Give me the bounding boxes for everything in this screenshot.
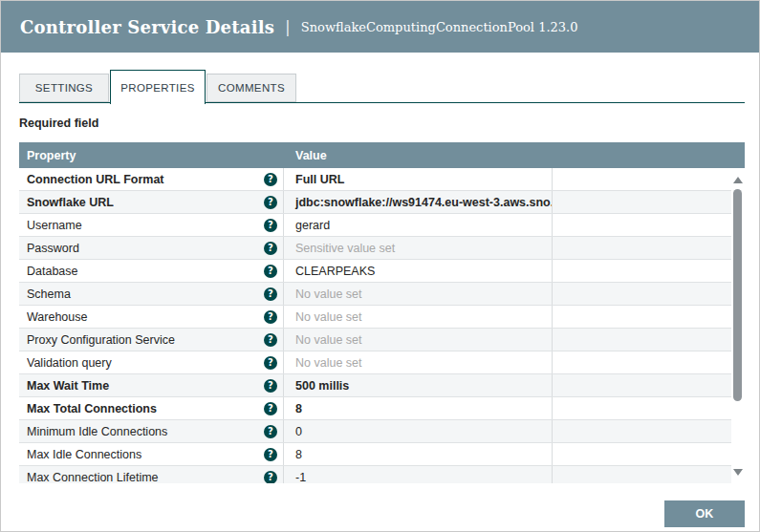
property-cell: Schema ?: [19, 283, 284, 305]
help-icon[interactable]: ?: [264, 173, 277, 186]
row-filler: [553, 329, 731, 351]
help-icon[interactable]: ?: [264, 448, 277, 461]
property-name: Validation query: [27, 356, 264, 370]
property-value: 500 millis: [295, 379, 349, 393]
property-cell: Username ?: [19, 214, 284, 236]
help-icon[interactable]: ?: [264, 265, 277, 278]
row-filler: [553, 214, 731, 236]
table-header: Property Value: [19, 142, 745, 168]
property-value: No value set: [295, 333, 361, 347]
column-header-value: Value: [284, 149, 327, 162]
property-cell: Max Wait Time ?: [19, 374, 284, 396]
property-name: Snowflake URL: [27, 196, 264, 209]
property-name: Max Wait Time: [27, 379, 264, 393]
help-icon[interactable]: ?: [264, 379, 277, 393]
help-icon[interactable]: ?: [264, 471, 277, 484]
row-filler: [553, 443, 731, 465]
tab-settings[interactable]: SETTINGS: [19, 74, 109, 102]
value-cell: Sensitive value set: [284, 237, 553, 259]
row-filler: [553, 237, 731, 259]
property-cell: Max Connection Lifetime ?: [19, 466, 284, 483]
table-body: Connection URL Format ? Full URL Snowfla…: [19, 168, 745, 483]
service-type-version: SnowflakeComputingConnectionPool 1.23.0: [301, 20, 578, 34]
help-icon[interactable]: ?: [264, 219, 277, 232]
property-value: No value set: [295, 287, 361, 301]
property-name: Warehouse: [27, 310, 264, 324]
help-icon[interactable]: ?: [264, 287, 277, 301]
property-name: Username: [27, 219, 264, 232]
value-cell: No value set: [284, 329, 553, 351]
value-cell: No value set: [284, 306, 553, 328]
dialog-header: Controller Service Details | SnowflakeCo…: [1, 1, 759, 53]
value-cell: -1: [284, 466, 553, 483]
property-cell: Max Idle Connections ?: [19, 443, 284, 465]
property-name: Minimum Idle Connections: [27, 425, 264, 438]
row-filler: [553, 191, 731, 213]
dialog-title: Controller Service Details: [20, 17, 274, 37]
value-cell: 500 millis: [284, 374, 553, 396]
property-name: Database: [27, 265, 264, 278]
property-value: -1: [295, 471, 306, 484]
scroll-up-arrow-icon[interactable]: [733, 177, 743, 183]
row-filler: [553, 283, 731, 305]
property-name: Proxy Configuration Service: [27, 333, 264, 347]
row-filler: [553, 351, 731, 373]
property-name: Password: [27, 242, 264, 255]
properties-table: Property Value Connection URL Format ? F…: [19, 142, 745, 483]
value-cell: gerard: [284, 214, 553, 236]
help-icon[interactable]: ?: [264, 356, 277, 370]
property-value: jdbc:snowflake://ws91474.eu-west-3.aws.s…: [295, 196, 553, 209]
help-icon[interactable]: ?: [264, 402, 277, 415]
table-row: Username ? gerard: [19, 214, 731, 237]
property-cell: Minimum Idle Connections ?: [19, 420, 284, 442]
help-icon[interactable]: ?: [264, 333, 277, 347]
table-row: Max Wait Time ? 500 millis: [19, 374, 731, 397]
property-value: No value set: [295, 356, 361, 370]
row-filler: [553, 397, 731, 419]
scrollbar-thumb[interactable]: [733, 189, 742, 401]
table-scrollbar[interactable]: [731, 168, 745, 483]
row-filler: [553, 466, 731, 483]
property-value: Full URL: [295, 173, 344, 186]
tab-comments[interactable]: COMMENTS: [206, 74, 296, 102]
property-value: 8: [295, 448, 302, 461]
property-value: 0: [295, 425, 302, 438]
dialog-content: SETTINGS PROPERTIES COMMENTS Required fi…: [19, 71, 745, 483]
table-row: Connection URL Format ? Full URL: [19, 168, 731, 191]
property-cell: Connection URL Format ?: [19, 168, 284, 190]
table-row: Snowflake URL ? jdbc:snowflake://ws91474…: [19, 191, 731, 214]
row-filler: [553, 420, 731, 442]
required-field-note: Required field: [19, 117, 745, 130]
value-cell: 0: [284, 420, 553, 442]
value-cell: 8: [284, 443, 553, 465]
controller-service-details-dialog: { "dialog": { "title": "Controller Servi…: [0, 0, 760, 532]
property-name: Connection URL Format: [27, 173, 264, 186]
property-value: No value set: [295, 310, 361, 324]
row-filler: [553, 306, 731, 328]
help-icon[interactable]: ?: [264, 425, 277, 438]
table-row: Proxy Configuration Service ? No value s…: [19, 329, 731, 351]
property-cell: Database ?: [19, 260, 284, 282]
value-cell: 8: [284, 397, 553, 419]
table-row: Schema ? No value set: [19, 283, 731, 306]
scroll-down-arrow-icon[interactable]: [733, 469, 743, 476]
value-cell: No value set: [284, 283, 553, 305]
property-cell: Snowflake URL ?: [19, 191, 284, 213]
property-cell: Warehouse ?: [19, 306, 284, 328]
table-row: Database ? CLEARPEAKS: [19, 260, 731, 283]
help-icon[interactable]: ?: [264, 310, 277, 324]
tab-properties[interactable]: PROPERTIES: [110, 70, 206, 104]
row-filler: [553, 168, 731, 190]
property-name: Max Idle Connections: [27, 448, 264, 461]
table-row: Validation query ? No value set: [19, 351, 731, 374]
value-cell: No value set: [284, 351, 553, 373]
property-value: Sensitive value set: [295, 242, 395, 255]
table-row: Max Idle Connections ? 8: [19, 443, 731, 466]
help-icon[interactable]: ?: [264, 196, 277, 209]
property-value: CLEARPEAKS: [295, 265, 375, 278]
property-cell: Max Total Connections ?: [19, 397, 284, 419]
ok-button[interactable]: OK: [664, 500, 745, 527]
property-value: 8: [295, 402, 302, 415]
help-icon[interactable]: ?: [264, 242, 277, 255]
value-cell: Full URL: [284, 168, 553, 190]
